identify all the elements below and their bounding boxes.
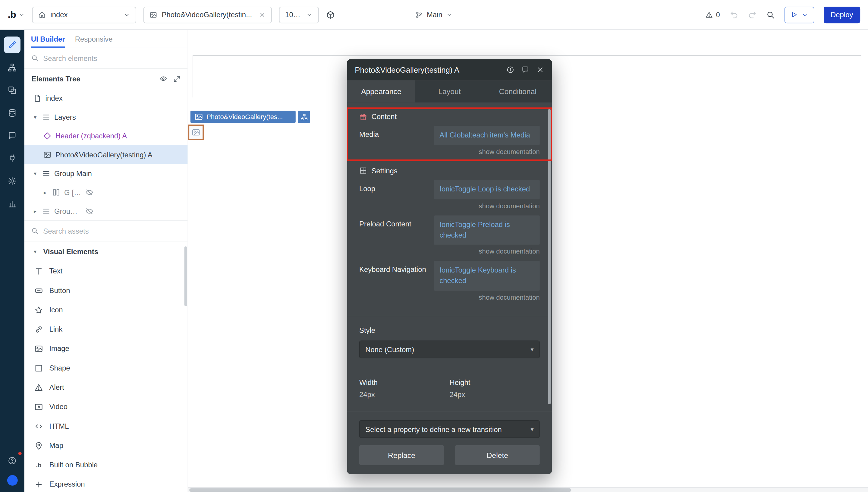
chevron-down-icon[interactable]: ▾ xyxy=(32,114,38,120)
tree-item-layers[interactable]: ▾ Layers xyxy=(24,107,188,126)
issues-indicator[interactable]: 0 xyxy=(706,10,720,19)
inspector-scrollbar[interactable] xyxy=(548,109,551,404)
component-library-button[interactable] xyxy=(326,10,335,19)
undo-button[interactable] xyxy=(730,10,738,19)
palette-item-shape[interactable]: Shape xyxy=(24,358,188,377)
tab-logs[interactable] xyxy=(4,195,21,212)
comment-icon[interactable] xyxy=(521,66,529,74)
tree-item-label: G [block] Hero xyxy=(64,188,81,197)
palette-item-icon[interactable]: Icon xyxy=(24,300,188,319)
search-assets-input[interactable] xyxy=(43,227,181,235)
close-icon[interactable] xyxy=(536,66,544,74)
tab-styles[interactable] xyxy=(4,127,21,144)
tab-responsive[interactable]: Responsive xyxy=(75,30,113,48)
tab-plugins[interactable] xyxy=(4,150,21,167)
account-avatar[interactable] xyxy=(7,475,18,486)
palette-item-map[interactable]: Map xyxy=(24,436,188,455)
show-documentation-link[interactable]: show documentation xyxy=(359,202,540,210)
icon-rail xyxy=(0,30,24,492)
property-inspector: Photo&VideoGallery(testing) A Appearance… xyxy=(347,59,552,474)
selected-element-name: Photo&VideoGallery(tes... xyxy=(206,113,283,121)
tab-design[interactable] xyxy=(4,36,21,53)
content-section: Content Media All Global:each item's Med… xyxy=(347,107,552,161)
inspector-actions: Replace Delete xyxy=(347,445,552,474)
top-toolbar: .b index Photo&VideoGallery(testin... 10… xyxy=(0,0,868,30)
selected-element-label[interactable]: Photo&VideoGallery(tes... xyxy=(190,110,296,123)
tab-data[interactable] xyxy=(4,105,21,121)
palette-item-expression[interactable]: Expression xyxy=(24,474,188,492)
tree-item-label: index xyxy=(46,94,63,102)
visual-elements-title: Visual Elements xyxy=(43,247,98,256)
info-icon[interactable] xyxy=(507,66,514,74)
chevron-right-icon[interactable]: ▸ xyxy=(32,208,38,214)
palette-item-button[interactable]: Button xyxy=(24,281,188,300)
tab-settings[interactable] xyxy=(4,173,21,189)
search-elements-input[interactable] xyxy=(43,54,181,63)
palette-item-built-on-bubble[interactable]: .b Built on Bubble xyxy=(24,455,188,474)
palette-item-link[interactable]: Link xyxy=(24,320,188,339)
selected-element-thumbnail[interactable] xyxy=(188,124,203,140)
style-dropdown[interactable]: None (Custom) ▾ xyxy=(359,341,540,359)
preload-value-input[interactable]: IonicToggle Preload is checked xyxy=(434,215,540,245)
replace-button[interactable]: Replace xyxy=(359,445,444,465)
tree-item-block-hero[interactable]: ▸ G [block] Hero xyxy=(24,183,116,201)
chevron-down-icon: ▾ xyxy=(531,346,533,353)
redo-button[interactable] xyxy=(748,10,757,19)
eye-off-icon[interactable] xyxy=(85,188,94,197)
keyboard-value-input[interactable]: IonicToggle Keyboard is checked xyxy=(434,261,540,291)
chevron-right-icon[interactable]: ▸ xyxy=(42,189,48,195)
close-icon[interactable] xyxy=(259,11,266,18)
tab-appearance[interactable]: Appearance xyxy=(347,80,416,102)
tree-item-group-controls[interactable]: ▸ Group Controls xyxy=(24,202,116,220)
show-documentation-link[interactable]: show documentation xyxy=(359,294,540,301)
element-tab[interactable]: Photo&VideoGallery(testin... xyxy=(144,6,272,23)
zoom-selector[interactable]: 100% xyxy=(279,6,319,23)
panel-scrollbar[interactable] xyxy=(184,246,187,306)
tree-item-index[interactable]: index xyxy=(24,89,188,107)
tab-conditional[interactable]: Conditional xyxy=(484,80,552,102)
issues-count: 0 xyxy=(716,10,720,19)
expand-icon[interactable] xyxy=(173,75,181,82)
delete-button[interactable]: Delete xyxy=(455,445,540,465)
visual-elements-header[interactable]: ▾ Visual Elements xyxy=(24,242,188,262)
tab-reusables[interactable] xyxy=(4,82,21,99)
show-documentation-link[interactable]: show documentation xyxy=(359,148,540,155)
page-selector[interactable]: index xyxy=(32,6,136,23)
tab-ui-builder[interactable]: UI Builder xyxy=(31,30,65,48)
palette-item-text[interactable]: Text xyxy=(24,262,188,281)
scrollbar-thumb[interactable] xyxy=(189,488,571,492)
eye-off-icon[interactable] xyxy=(85,207,94,215)
tree-item-header-reusable[interactable]: Header (zqbackend) A xyxy=(24,126,188,145)
bubble-logo-menu[interactable]: .b xyxy=(8,9,25,20)
tab-workflow[interactable] xyxy=(4,59,21,76)
eye-icon[interactable] xyxy=(159,75,167,82)
palette-item-video[interactable]: Video xyxy=(24,397,188,416)
chevron-down-icon[interactable]: ▾ xyxy=(32,170,38,176)
deploy-button[interactable]: Deploy xyxy=(823,6,860,23)
preview-button[interactable] xyxy=(784,6,814,23)
tree-item-label: Header (zqbackend) A xyxy=(55,131,127,140)
help-button[interactable] xyxy=(4,452,21,469)
inspector-titlebar[interactable]: Photo&VideoGallery(testing) A xyxy=(347,59,552,80)
tree-item-group-main[interactable]: ▾ Group Main xyxy=(24,164,188,183)
loop-value-input[interactable]: IonicToggle Loop is checked xyxy=(434,180,540,199)
toolbar-search-button[interactable] xyxy=(766,10,774,19)
chevron-down-icon xyxy=(801,11,808,18)
code-icon xyxy=(34,422,43,430)
tab-layout[interactable]: Layout xyxy=(415,80,484,102)
media-value-input[interactable]: All Global:each item's Media xyxy=(434,126,540,145)
palette-item-image[interactable]: Image xyxy=(24,339,188,358)
palette-item-label: Button xyxy=(49,287,70,295)
element-hierarchy-button[interactable] xyxy=(298,110,310,123)
search-assets-bar xyxy=(24,220,188,242)
transition-dropdown[interactable]: Select a property to define a new transi… xyxy=(359,420,540,438)
canvas[interactable]: Photo&VideoGallery(tes... Photo&VideoGal… xyxy=(188,30,868,492)
loop-label: Loop xyxy=(359,180,434,199)
branch-selector[interactable]: Main xyxy=(415,10,453,19)
palette-item-alert[interactable]: Alert xyxy=(24,378,188,397)
search-elements-bar xyxy=(24,48,188,69)
tree-item-photovideo-gallery[interactable]: Photo&VideoGallery(testing) A xyxy=(24,145,188,164)
palette-item-html[interactable]: HTML xyxy=(24,416,188,436)
palette-item-label: Alert xyxy=(49,383,64,392)
show-documentation-link[interactable]: show documentation xyxy=(359,248,540,256)
